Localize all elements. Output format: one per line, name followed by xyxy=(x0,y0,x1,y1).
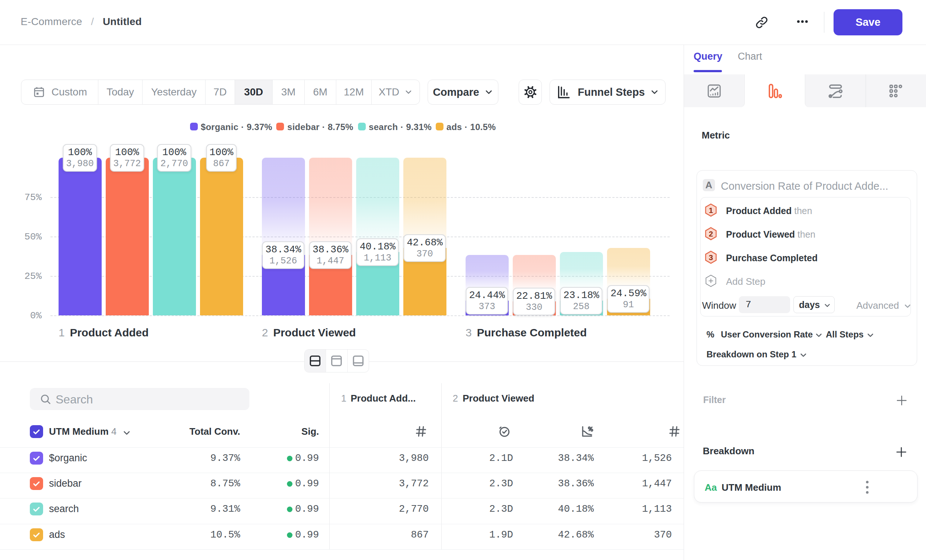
svg-text:1: 1 xyxy=(709,206,713,215)
svg-text:3: 3 xyxy=(709,253,713,262)
svg-text:2: 2 xyxy=(709,230,713,238)
